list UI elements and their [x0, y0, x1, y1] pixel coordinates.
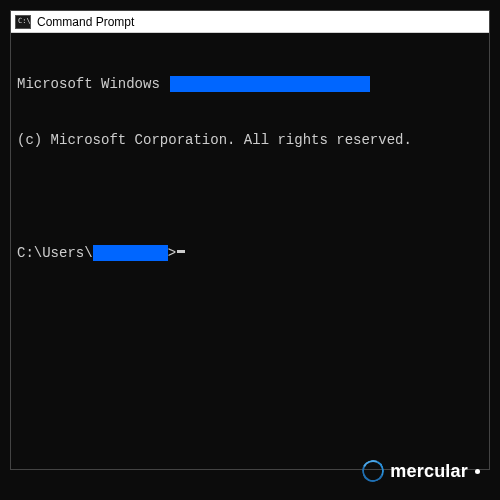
watermark: mercular [362, 460, 480, 482]
prompt-suffix: > [168, 244, 176, 263]
command-prompt-icon: C:\ [15, 15, 31, 29]
titlebar[interactable]: C:\ Command Prompt [11, 11, 489, 33]
prompt-path-prefix: C:\Users\ [17, 244, 93, 263]
terminal-line-version: Microsoft Windows [17, 75, 483, 94]
redacted-version [170, 76, 370, 92]
window-title: Command Prompt [37, 15, 134, 29]
copyright-text: (c) Microsoft Corporation. All rights re… [17, 131, 412, 150]
watermark-text: mercular [390, 461, 468, 482]
mercular-logo-icon [359, 457, 387, 485]
terminal-prompt-line: C:\Users\> [17, 244, 483, 263]
os-name-text: Microsoft Windows [17, 75, 168, 94]
cursor-icon [177, 250, 185, 253]
watermark-dot-icon [475, 469, 480, 474]
command-prompt-window: C:\ Command Prompt Microsoft Windows (c)… [10, 10, 490, 470]
terminal-area[interactable]: Microsoft Windows (c) Microsoft Corporat… [11, 33, 489, 469]
terminal-line-copyright: (c) Microsoft Corporation. All rights re… [17, 131, 483, 150]
redacted-username [93, 245, 168, 261]
